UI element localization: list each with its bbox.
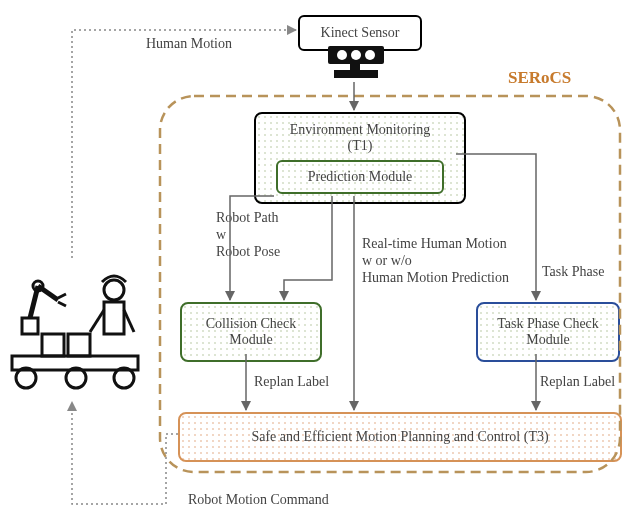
svg-point-2 [351,50,361,60]
svg-point-3 [365,50,375,60]
collision-check-label: Collision Check Module [206,316,297,348]
task-phase-check-label: Task Phase Check Module [497,316,599,348]
task-phase-check-box: Task Phase Check Module [476,302,620,362]
replan-label-left: Replan Label [254,374,329,391]
svg-rect-5 [334,70,378,78]
motion-planning-label: Safe and Efficient Motion Planning and C… [251,429,548,445]
replan-label-right: Replan Label [540,374,615,391]
svg-point-1 [337,50,347,60]
kinect-icon [320,44,392,86]
svg-rect-17 [104,302,124,334]
prediction-module-label: Prediction Module [308,169,413,185]
prediction-module-box: Prediction Module [276,160,444,194]
realtime-motion-edge-label: Real-time Human Motion w or w/o Human Mo… [362,236,509,286]
robot-path-edge-label: Robot Path w Robot Pose [216,210,280,260]
svg-rect-10 [42,334,64,356]
human-motion-edge-label: Human Motion [146,36,232,53]
svg-rect-4 [350,64,360,70]
task-phase-edge-label: Task Phase [542,264,604,281]
collision-check-box: Collision Check Module [180,302,322,362]
env-monitoring-title: Environment Monitoring (T1) [290,122,430,154]
svg-rect-11 [68,334,90,356]
serocs-title: SERoCS [508,68,571,88]
motion-planning-box: Safe and Efficient Motion Planning and C… [178,412,622,462]
env-monitoring-box: Environment Monitoring (T1) Prediction M… [254,112,466,204]
workstation-icon [8,260,146,404]
svg-line-18 [90,310,104,332]
kinect-sensor-label: Kinect Sensor [321,25,400,41]
svg-point-16 [104,280,124,300]
robot-motion-command-label: Robot Motion Command [188,492,329,509]
svg-rect-12 [22,318,38,334]
